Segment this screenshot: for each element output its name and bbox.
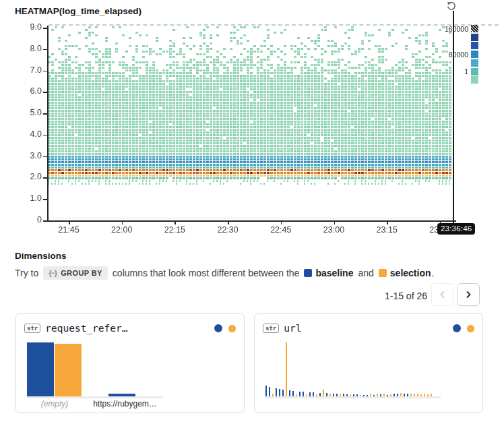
query-result-page: HEATMAP(log_time_elapsed) 9.08.07.06.05.… — [0, 0, 504, 424]
series-toggles — [214, 324, 236, 332]
legend-row — [408, 59, 478, 67]
x-axis-tick — [175, 220, 176, 224]
baseline-toggle-icon[interactable] — [214, 324, 222, 332]
heatmap-canvas[interactable] — [47, 23, 453, 220]
chevron-left-icon — [439, 291, 447, 299]
selection-bar — [55, 344, 82, 396]
y-axis-tick-label: 6.0 — [16, 86, 42, 96]
baseline-label: baseline — [315, 268, 353, 278]
x-axis-tick — [228, 220, 229, 224]
hint-try-to: Try to — [15, 268, 38, 278]
legend-value-label: 1 — [464, 67, 471, 75]
legend-row: 80000 — [408, 51, 478, 58]
card-title: url — [284, 323, 301, 334]
legend-swatch — [471, 68, 478, 75]
series-toggles — [453, 324, 474, 332]
legend-row — [408, 76, 478, 84]
baseline-color-swatch — [304, 269, 312, 277]
y-axis-tick-label: 3.0 — [16, 151, 42, 160]
y-axis-tick-label: 4.0 — [16, 129, 42, 139]
hint-and: and — [358, 268, 373, 278]
dimension-card-request-referrer[interactable]: str request_refer… (empty)https://rubyge… — [15, 313, 245, 413]
pagination-prev-button[interactable] — [431, 283, 454, 306]
y-axis-tick — [43, 49, 47, 51]
y-axis-tick — [43, 156, 47, 158]
baseline-bar — [279, 389, 280, 396]
legend-row — [408, 42, 478, 49]
y-axis-tick-label: 2.0 — [16, 172, 42, 181]
category-bar-chart — [27, 341, 233, 396]
selection-color-swatch — [379, 269, 387, 277]
baseline-bar — [276, 388, 277, 396]
hint-period: . — [432, 268, 435, 278]
baseline-bar — [282, 390, 284, 396]
baseline-legend: baseline — [304, 268, 353, 278]
legend-swatch — [471, 42, 478, 49]
heatmap-title: HEATMAP(log_time_elapsed) — [15, 6, 141, 16]
x-axis-tick — [69, 220, 70, 224]
baseline-bar — [265, 386, 267, 396]
group-by-icon: {··} — [49, 269, 57, 277]
chart-baseline-strip — [265, 396, 441, 398]
baseline-bar — [289, 390, 290, 396]
string-type-badge: str — [263, 324, 279, 333]
pagination-next-button[interactable] — [457, 283, 480, 306]
history-rotate-icon[interactable] — [446, 1, 457, 11]
baseline-bar — [292, 391, 294, 396]
baseline-bar — [269, 387, 270, 396]
y-axis-tick — [43, 113, 47, 115]
legend-value-label: 80000 — [449, 51, 471, 59]
x-axis-tick-label: 21:45 — [53, 225, 85, 235]
y-axis-tick — [43, 71, 47, 72]
group-by-label: GROUP BY — [61, 269, 102, 277]
selection-bar — [286, 342, 287, 396]
card-header: str url — [263, 321, 474, 336]
y-axis-tick-label: 9.0 — [16, 22, 42, 32]
x-axis-tick-label: 23:15 — [371, 225, 403, 235]
legend-swatch — [471, 25, 478, 32]
crosshair-time-badge: 23:36:46 — [437, 223, 475, 235]
pagination-range: 1-15 of 26 — [375, 291, 427, 301]
y-axis-tick — [43, 135, 47, 136]
y-axis-tick-label: 7.0 — [16, 65, 42, 75]
y-axis-tick — [43, 92, 47, 93]
legend-row: 160000 — [408, 25, 478, 32]
legend-swatch — [471, 76, 478, 84]
histogram-bar-chart — [265, 341, 472, 396]
baseline-toggle-icon[interactable] — [453, 324, 461, 332]
selection-label: selection — [390, 268, 431, 278]
baseline-bar — [303, 392, 304, 396]
category-label: (empty) — [32, 399, 77, 408]
string-type-badge: str — [24, 324, 40, 333]
selection-legend: selection — [379, 268, 431, 278]
chevron-right-icon — [464, 291, 472, 299]
x-axis-tick-label: 22:15 — [158, 225, 191, 235]
y-axis-tick — [43, 177, 47, 179]
dimension-card-url[interactable]: str url — [254, 313, 483, 413]
legend-swatch — [471, 59, 478, 67]
selection-toggle-icon[interactable] — [228, 325, 236, 332]
selection-toggle-icon[interactable] — [467, 325, 474, 332]
category-labels: (empty)https://rubygem… — [27, 399, 233, 410]
x-axis-tick — [281, 220, 282, 224]
y-axis-tick-label: 0 — [16, 215, 42, 224]
y-axis-tick — [43, 28, 47, 29]
category-label: https://rubygem… — [83, 399, 167, 408]
selection-bar — [323, 390, 324, 396]
legend-row: 1 — [408, 67, 478, 75]
y-axis-tick-label: 8.0 — [16, 44, 42, 53]
chart-baseline-strip — [27, 396, 163, 398]
x-axis-tick-label: 23:00 — [318, 225, 350, 235]
card-header: str request_refer… — [24, 321, 236, 336]
x-axis-tick-label: 22:30 — [212, 225, 244, 235]
legend-value-label: 160000 — [445, 25, 471, 33]
group-by-chip: {··} GROUP BY — [43, 266, 108, 280]
baseline-bar — [299, 392, 301, 396]
x-axis-tick — [122, 220, 123, 224]
x-axis-tick — [334, 220, 336, 224]
baseline-bar — [27, 342, 54, 396]
selection-dash-bottom — [49, 218, 453, 218]
legend-row — [408, 34, 478, 41]
y-axis-tick-label: 1.0 — [16, 193, 42, 203]
legend-swatch — [471, 34, 478, 41]
